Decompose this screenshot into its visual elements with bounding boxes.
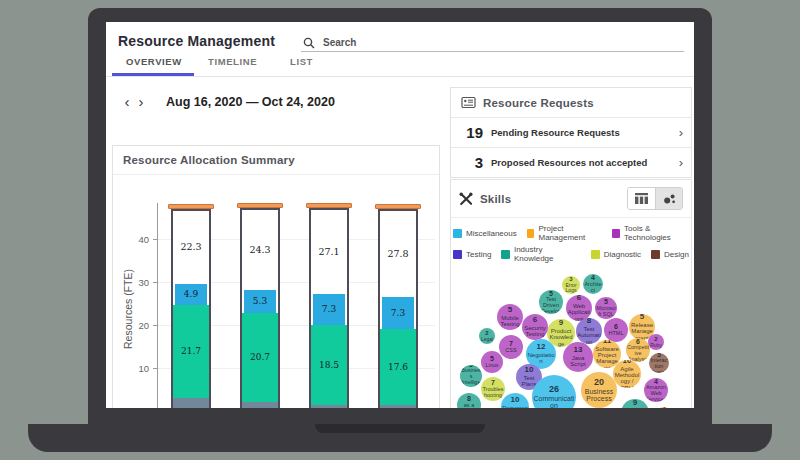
bar-segment-allocated[interactable]: 21.7 (173, 305, 209, 398)
skill-bubble-java-script[interactable]: 13Java Script (563, 342, 593, 372)
request-row-proposed-resources-not-accepted[interactable]: 3Proposed Resources not accepted› (451, 147, 691, 177)
skill-bubble-test-driven-develop[interactable]: 5Test Driven Develop (539, 290, 563, 314)
skill-bubble-amazon-web-services[interactable]: 4Amazon Web Services (644, 378, 668, 402)
skill-bubble-needs-assessment[interactable]: 3Needs Assessment (655, 407, 673, 408)
skill-bubble-business-intelligence[interactable]: 5Business Intelligence (460, 365, 482, 387)
bar-capacity-cap (306, 203, 352, 208)
skill-bubble-interaction-design[interactable]: 5Interaction Design (649, 353, 669, 373)
skills-card-title: Skills (480, 193, 627, 205)
table-view-button[interactable] (628, 188, 655, 209)
tabs: OVERVIEWTIMELINELIST (112, 52, 694, 76)
tab-list[interactable]: LIST (276, 56, 358, 76)
skill-bubble-test-automation[interactable]: 8Test Automation (576, 318, 602, 344)
skill-bubble-value: 6 (577, 295, 581, 303)
bar-capacity-cap (168, 204, 214, 209)
legend-item-industry-knowledge[interactable]: Industry Knowledge (501, 245, 580, 263)
table-view-icon (635, 193, 648, 204)
bar-unallocated-label: 27.1 (309, 246, 349, 257)
skill-bubble-value: 8 (587, 318, 591, 326)
skill-bubble-css[interactable]: 7CSS (499, 335, 523, 359)
skill-bubble-agile-methodology-scrum[interactable]: 10Agile Methodology / SCRUM (613, 360, 641, 388)
skill-bubble-label: Test Driven Develop (539, 297, 563, 314)
skill-bubble-label: Microsoft SQL (595, 306, 617, 318)
skill-bubble-linux[interactable]: 5Linux (481, 351, 503, 373)
bar-value-label: 18.5 (319, 360, 339, 370)
skill-bubble-value: 3 (662, 407, 665, 408)
skill-bubble-program-management[interactable]: 9Program Management (621, 399, 649, 408)
skill-bubble-error-logs[interactable]: 3Error Logs (562, 276, 580, 294)
legend-label: Diagnostic (604, 250, 641, 259)
skill-bubble-architect[interactable]: 4Architect (583, 274, 603, 294)
legend-item-tools-technologies[interactable]: Tools & Technologies (612, 224, 689, 242)
legend-swatch (651, 250, 660, 259)
skills-legend: MiscellaneousProject ManagementTools & T… (451, 218, 691, 268)
y-tick-label: 10 (115, 363, 149, 374)
skills-view-toggle (627, 187, 683, 210)
skill-bubble-troubleshooting[interactable]: 7Troubleshooting (481, 377, 505, 401)
tab-timeline[interactable]: TIMELINE (194, 56, 276, 76)
bar-unallocated-label: 27.8 (378, 248, 418, 259)
bar-segment-overallocated[interactable]: 7.3 (313, 294, 345, 325)
skill-bubble-html[interactable]: 6HTML (604, 318, 628, 342)
skill-bubble-value: 9 (633, 399, 637, 408)
tab-overview[interactable]: OVERVIEW (112, 56, 194, 76)
request-row-pending-resource-requests[interactable]: 19Pending Resource Requests› (451, 117, 691, 147)
bar-segment-allocated[interactable]: 18.5 (311, 325, 347, 405)
skill-bubble-as-a-service[interactable]: 8as a Service (457, 393, 481, 408)
bar-segment-bench[interactable] (311, 405, 347, 408)
bubble-view-button[interactable] (655, 188, 682, 209)
search-field[interactable] (301, 30, 684, 52)
request-count: 3 (457, 154, 483, 171)
skill-bubble-ruby[interactable]: 2Ruby (648, 334, 664, 350)
skill-bubble-label: Negotiation (526, 352, 556, 365)
bar-segment-bench[interactable] (380, 405, 416, 408)
skills-bubble-chart: 3Error Logs4Architect5Test Driven Develo… (451, 270, 691, 408)
bar-segment-overallocated[interactable]: 7.3 (382, 297, 414, 328)
skills-card-header: Skills (451, 180, 691, 218)
legend-label: Tools & Technologies (624, 224, 689, 242)
legend-item-design[interactable]: Design (651, 245, 689, 263)
legend-label: Industry Knowledge (514, 245, 581, 263)
bar-value-label: 20.7 (250, 352, 270, 362)
legend-item-diagnostic[interactable]: Diagnostic (591, 245, 641, 263)
skill-bubble-microsoft-sql[interactable]: 5Microsoft SQL (595, 297, 617, 319)
laptop-notch (315, 424, 485, 433)
skill-bubble-competitive-analysis[interactable]: 6Competitive Analysis (626, 338, 650, 362)
skills-card: Skills (450, 179, 692, 408)
skill-bubble-label: Security Testing (522, 325, 548, 338)
next-period-button[interactable]: › (134, 95, 148, 109)
legend-swatch (501, 250, 510, 259)
skill-bubble-value: 5 (640, 314, 644, 322)
bar-segment-allocated[interactable]: 20.7 (242, 313, 278, 402)
skill-bubble-mobile-testing[interactable]: 5Mobile Testing (497, 304, 523, 330)
bar-segment-bench[interactable] (242, 402, 278, 408)
skill-bubble-label: Communication (532, 395, 576, 408)
skill-bubble-documentation[interactable]: 10Documentation (501, 393, 529, 408)
bar-segment-overallocated[interactable]: 5.3 (244, 290, 276, 313)
app-screen: Resource Management OVERVIEWTIMELINELIST… (106, 22, 694, 408)
skill-bubble-label: Ruby (649, 343, 663, 348)
bar-segment-bench[interactable] (173, 398, 209, 408)
bar-segment-overallocated[interactable]: 4.9 (175, 284, 207, 305)
prev-period-button[interactable]: ‹ (120, 95, 134, 109)
legend-row: MiscellaneousProject ManagementTools & T… (453, 224, 689, 242)
legend-label: Design (664, 250, 689, 259)
legend-item-testing[interactable]: Testing (453, 245, 491, 263)
left-column: ‹ › Aug 16, 2020 — Oct 24, 2020 Resource… (106, 77, 446, 407)
bar-segment-allocated[interactable]: 17.6 (380, 329, 416, 405)
skill-bubble-legal[interactable]: 2Legal (479, 328, 495, 344)
skill-bubble-value: 10 (511, 396, 520, 405)
skill-bubble-communication[interactable]: 26Communication (532, 375, 576, 408)
skill-bubble-value: 12 (537, 343, 546, 352)
legend-item-project-management[interactable]: Project Management (527, 224, 603, 242)
allocation-card-title: Resource Allocation Summary (123, 154, 295, 166)
skill-bubble-label: CSS (504, 348, 517, 354)
legend-item-miscellaneous[interactable]: Miscellaneous (453, 224, 517, 242)
badge-icon (461, 96, 476, 109)
skill-bubble-business-process[interactable]: 20Business Process (581, 372, 617, 408)
skill-bubble-value: 13 (574, 346, 583, 355)
skill-bubble-security-testing[interactable]: 6Security Testing (522, 314, 548, 340)
legend-swatch (527, 229, 535, 238)
allocation-chart: 010203040Resources (FTE)21.74.922.3Aug 1… (113, 175, 439, 408)
search-input[interactable] (321, 36, 682, 49)
